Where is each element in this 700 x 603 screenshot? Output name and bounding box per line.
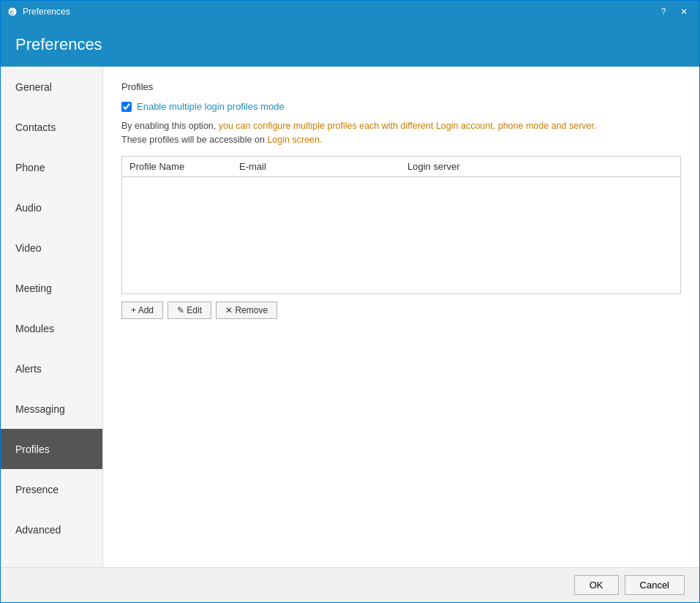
sidebar: General Contacts Phone Audio Video Meeti… bbox=[1, 67, 103, 567]
sidebar-label-contacts: Contacts bbox=[15, 121, 56, 133]
main-panel: Profiles Enable multiple login profiles … bbox=[103, 67, 699, 567]
add-button[interactable]: + Add bbox=[121, 302, 163, 319]
sidebar-item-alerts[interactable]: Alerts bbox=[1, 348, 102, 389]
sidebar-label-general: General bbox=[15, 81, 52, 93]
sidebar-item-phone[interactable]: Phone bbox=[1, 147, 102, 187]
sidebar-item-presence[interactable]: Presence bbox=[1, 469, 102, 509]
section-title: Profiles bbox=[121, 81, 681, 92]
sidebar-label-modules: Modules bbox=[15, 323, 54, 334]
enable-profiles-row: Enable multiple login profiles mode bbox=[121, 101, 681, 112]
title-bar: C Preferences ? ✕ bbox=[1, 1, 699, 23]
sidebar-item-modules[interactable]: Modules bbox=[1, 308, 102, 348]
table-header: Profile Name E-mail Login server bbox=[122, 157, 680, 177]
app-icon: C bbox=[7, 6, 18, 18]
app-header: Preferences bbox=[1, 23, 699, 67]
col-header-email: E-mail bbox=[232, 157, 400, 177]
title-bar-buttons: ? ✕ bbox=[654, 4, 693, 19]
col-header-name: Profile Name bbox=[122, 157, 232, 177]
sidebar-item-meeting[interactable]: Meeting bbox=[1, 268, 102, 308]
table-empty-row bbox=[122, 176, 680, 293]
sidebar-item-advanced[interactable]: Advanced bbox=[1, 509, 102, 550]
sidebar-label-advanced: Advanced bbox=[15, 524, 61, 536]
enable-profiles-label[interactable]: Enable multiple login profiles mode bbox=[137, 101, 285, 112]
description-text: By enabling this option, you can configu… bbox=[121, 119, 681, 147]
sidebar-label-phone: Phone bbox=[15, 162, 45, 173]
footer: OK Cancel bbox=[1, 567, 699, 602]
profile-table-container: Profile Name E-mail Login server bbox=[121, 156, 681, 295]
cancel-button[interactable]: Cancel bbox=[625, 575, 685, 595]
profile-table: Profile Name E-mail Login server bbox=[122, 157, 680, 294]
app-title: Preferences bbox=[15, 35, 102, 54]
sidebar-label-messaging: Messaging bbox=[15, 403, 65, 415]
table-body bbox=[122, 176, 680, 293]
link-login-screen: Login screen. bbox=[267, 135, 322, 145]
sidebar-item-contacts[interactable]: Contacts bbox=[1, 107, 102, 147]
ok-button[interactable]: OK bbox=[574, 575, 619, 595]
enable-profiles-checkbox[interactable] bbox=[121, 102, 132, 112]
sidebar-label-presence: Presence bbox=[15, 484, 59, 495]
link-configure: you can configure multiple profiles each… bbox=[219, 121, 597, 131]
title-bar-text: Preferences bbox=[23, 7, 654, 17]
sidebar-item-audio[interactable]: Audio bbox=[1, 187, 102, 228]
preferences-window: C Preferences ? ✕ Preferences General Co… bbox=[0, 0, 700, 603]
col-header-server: Login server bbox=[400, 157, 680, 177]
sidebar-item-video[interactable]: Video bbox=[1, 228, 102, 268]
sidebar-item-general[interactable]: General bbox=[1, 67, 102, 107]
help-button[interactable]: ? bbox=[654, 4, 673, 19]
close-button[interactable]: ✕ bbox=[674, 4, 693, 19]
svg-text:C: C bbox=[10, 10, 15, 16]
sidebar-label-video: Video bbox=[15, 242, 42, 254]
sidebar-label-profiles: Profiles bbox=[15, 443, 50, 455]
content-area: General Contacts Phone Audio Video Meeti… bbox=[1, 67, 699, 567]
sidebar-label-meeting: Meeting bbox=[15, 282, 52, 294]
sidebar-item-messaging[interactable]: Messaging bbox=[1, 389, 102, 429]
action-buttons: + Add ✎ Edit ✕ Remove bbox=[121, 302, 681, 319]
edit-button[interactable]: ✎ Edit bbox=[168, 302, 211, 319]
sidebar-item-profiles[interactable]: Profiles bbox=[1, 429, 102, 469]
remove-button[interactable]: ✕ Remove bbox=[216, 302, 277, 319]
description-line1: By enabling this option, you can configu… bbox=[121, 121, 597, 131]
description-line2: These profiles will be accessible on Log… bbox=[121, 135, 322, 145]
sidebar-label-alerts: Alerts bbox=[15, 363, 42, 375]
sidebar-label-audio: Audio bbox=[15, 202, 42, 214]
